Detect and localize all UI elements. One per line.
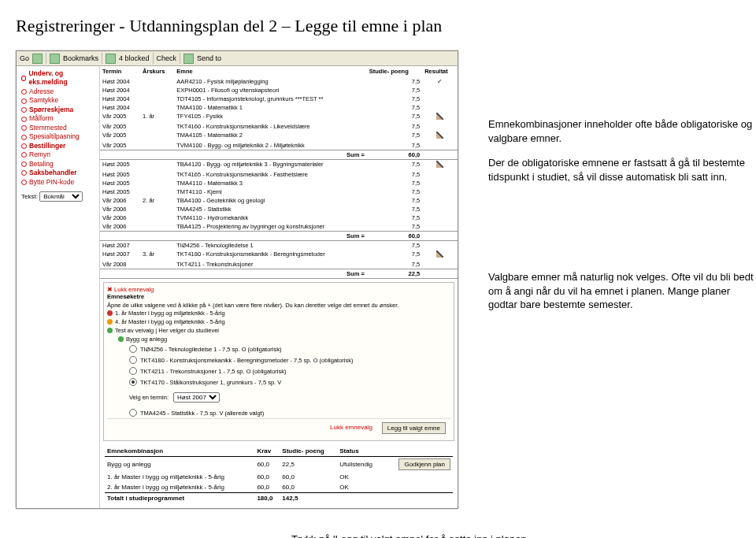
course-tree: 1. år Master i bygg og miljøteknikk - 5-…	[107, 309, 450, 343]
edit-icon[interactable]	[436, 161, 443, 168]
tree-label: 4. år Master i bygg og miljøteknikk - 5-…	[115, 318, 225, 325]
tree-node[interactable]: Bygg og anlegg	[107, 335, 450, 343]
col-emne: Emne	[174, 66, 367, 77]
course-option[interactable]: TKT4170 - Stålkonstruksjoner 1, grunnkur…	[107, 377, 450, 388]
tekst-select[interactable]: Bokmål	[39, 191, 83, 202]
table-row: Høst 2005TMT4110 - Kjemi7,5	[100, 187, 458, 196]
course-option[interactable]: TMA4245 - Statistikk - 7,5 sp. V (allere…	[107, 407, 450, 418]
blocked-label: 4 blocked	[119, 54, 150, 62]
check-label[interactable]: Check	[157, 54, 177, 62]
sidebar-item[interactable]: Spesialtilpasning	[21, 132, 96, 141]
sidebar-item[interactable]: Underv. og eks.melding	[21, 69, 96, 87]
app-window: Go Bookmarks 4 blocked Check Send to Und…	[16, 50, 458, 509]
course-option[interactable]: TKT4180 - Konstruksjonsmekanikk - Beregn…	[107, 354, 450, 365]
tree-node[interactable]: Test av veivalg | Her velger du studieve…	[107, 326, 450, 335]
course-option-label: TMA4245 - Statistikk - 7,5 sp. V (allere…	[140, 410, 264, 417]
sidebar-item[interactable]: Adresse	[21, 87, 96, 96]
sum-row: Sum =22,5	[100, 269, 458, 279]
page-title: Registreringer - Utdanningsplan del 2 – …	[16, 16, 740, 36]
bullet-icon	[21, 89, 27, 95]
sidebar-item[interactable]: Bestillinger	[21, 142, 96, 150]
sidebar-item-label: Stemmested	[29, 124, 67, 132]
course-option[interactable]: TKT4211 - Trekonstruksjoner 1 - 7,5 sp. …	[107, 365, 450, 377]
sidebar-item-label: Betaling	[29, 160, 54, 169]
col-resultat: Resultat	[422, 66, 458, 77]
box-header: Emnesøketre	[107, 293, 450, 300]
sidebar-item-label: Målform	[29, 114, 54, 123]
bullet-icon	[21, 98, 27, 104]
col-sp: Studie- poeng	[367, 66, 422, 77]
course-table: Termin Årskurs Emne Studie- poeng Result…	[100, 66, 458, 279]
table-row: Vår 2005TKT4160 - Konstruksjonsmekanikk …	[100, 122, 458, 131]
godkjenn-button[interactable]: Godkjenn plan	[398, 458, 450, 470]
sendto-label[interactable]: Send to	[197, 54, 221, 62]
sum-row: Sum =60,0	[100, 150, 458, 160]
browser-toolbar: Go Bookmarks 4 blocked Check Send to	[17, 51, 458, 66]
bullet-icon	[21, 152, 27, 158]
sidebar: Underv. og eks.meldingAdresseSamtykkeSpø…	[17, 66, 100, 508]
box-intro: Åpne de ulike valgene ved å klikke på + …	[107, 302, 450, 309]
radio-icon[interactable]	[129, 356, 137, 364]
table-row: Høst 2004AAR4210 - Fysisk miljøplanleggi…	[100, 77, 458, 87]
sidebar-item[interactable]: Remyn	[21, 150, 96, 159]
sidebar-item-label: Bytte PIN-kode	[29, 178, 74, 187]
callouts: Emnekombinasjoner inneholder ofte både o…	[488, 117, 756, 323]
blocked-icon[interactable]	[106, 54, 116, 64]
bullet-icon	[21, 135, 27, 140]
edit-icon[interactable]	[436, 113, 443, 120]
edit-icon[interactable]	[436, 132, 443, 139]
table-row: Høst 2004TMA4100 - Matematikk 17,5	[100, 103, 458, 112]
sum-col-status: Status	[337, 446, 384, 457]
tree-label: Bygg og anlegg	[126, 336, 167, 343]
close-emnevalg-top[interactable]: ✖ Lukk emnevalg	[107, 286, 154, 293]
bookmarks-icon[interactable]	[50, 54, 60, 64]
sum-col-sp: Studie- poeng	[280, 446, 337, 457]
main-panel: Termin Årskurs Emne Studie- poeng Result…	[100, 66, 458, 508]
add-course-button[interactable]: Legg til valgt emne	[382, 422, 446, 434]
tree-label: Test av veivalg | Her velger du studieve…	[115, 327, 219, 334]
emnevalg-box: ✖ Lukk emnevalg Emnesøketre Åpne de ulik…	[103, 282, 454, 441]
sidebar-item-label: Underv. og eks.melding	[28, 69, 96, 87]
summary-row: 2. år Master i bygg og miljøteknikk - 5-…	[105, 482, 453, 493]
radio-icon[interactable]	[129, 367, 137, 375]
table-row: Vår 2008TKT4211 - Trekonstruksjoner7,5	[100, 260, 458, 269]
go-icon[interactable]	[32, 54, 43, 64]
sidebar-item[interactable]: Spørreskjema	[21, 106, 96, 114]
sidebar-item[interactable]: Bytte PIN-kode	[21, 178, 96, 187]
bookmarks-label[interactable]: Bookmarks	[63, 54, 98, 62]
tree-label: 1. år Master i bygg og miljøteknikk - 5-…	[115, 310, 225, 317]
radio-icon[interactable]	[129, 409, 137, 417]
table-row: Høst 2005TMA4110 - Matematikk 37,5	[100, 179, 458, 187]
radio-icon[interactable]	[129, 345, 137, 353]
term-select[interactable]: Høst 2007	[173, 392, 220, 403]
check-icon: ✓	[436, 78, 443, 85]
table-row: Høst 2004TDT4105 - Informasjonsteknologi…	[100, 95, 458, 103]
sum-row: Sum =60,0	[100, 232, 458, 241]
table-row: Vår 2006TVM4110 - Hydromekanikk7,5	[100, 213, 458, 222]
radio-icon[interactable]	[129, 378, 137, 386]
course-option[interactable]: TIØ4256 - Teknologiledelse 1 - 7,5 sp. O…	[107, 343, 450, 354]
tree-bullet-icon	[107, 328, 113, 333]
go-label[interactable]: Go	[20, 54, 29, 62]
sidebar-item-label: Adresse	[29, 87, 54, 96]
sidebar-item[interactable]: Samtykke	[21, 96, 96, 105]
table-row: Høst 2005TKT4165 - Konstruksjonsmekanikk…	[100, 170, 458, 179]
edit-icon[interactable]	[436, 250, 443, 258]
table-row: Høst 20073. årTKT4180 - Konstruksjonsmek…	[100, 250, 458, 260]
sidebar-item[interactable]: Stemmested	[21, 124, 96, 132]
table-row: Vår 20051. årTFY4105 - Fysikk7,5	[100, 112, 458, 122]
sidebar-item[interactable]: Betaling	[21, 160, 96, 169]
bullet-icon	[21, 161, 27, 167]
bullet-icon	[21, 170, 27, 176]
sidebar-item[interactable]: Målform	[21, 114, 96, 123]
sidebar-item[interactable]: Saksbehandler	[21, 169, 96, 177]
sidebar-item-label: Spesialtilpasning	[29, 132, 80, 141]
course-option-label: TIØ4256 - Teknologiledelse 1 - 7,5 sp. O…	[140, 346, 282, 353]
bullet-icon	[21, 125, 27, 131]
close-emnevalg-button[interactable]: Lukk emnevalg	[325, 422, 377, 434]
sendto-icon[interactable]	[183, 54, 194, 64]
col-termin: Termin	[100, 66, 140, 77]
tree-node[interactable]: 1. år Master i bygg og miljøteknikk - 5-…	[107, 309, 450, 317]
table-row: Vår 2006TMA4245 - Statistikk7,5	[100, 205, 458, 213]
tree-node[interactable]: 4. år Master i bygg og miljøteknikk - 5-…	[107, 317, 450, 326]
